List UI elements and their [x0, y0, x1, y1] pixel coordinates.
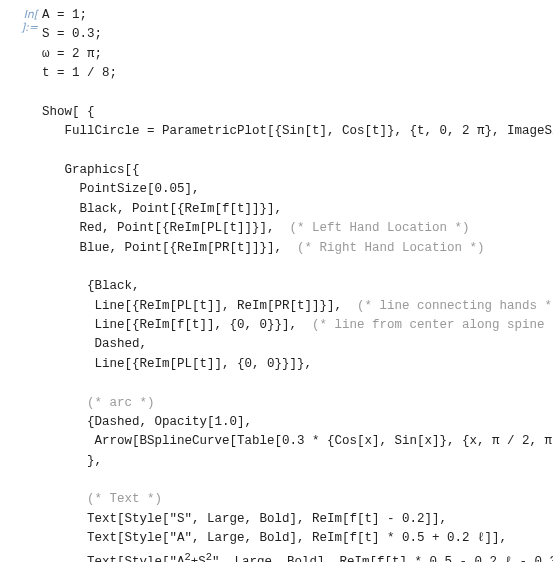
code-line: Dashed, — [42, 337, 147, 351]
code-line: {Dashed, Opacity[1.0], — [42, 415, 252, 429]
code-line: {Black, — [42, 279, 140, 293]
code-line: Line[{ReIm[f[t]], {0, 0}}], (* line from… — [42, 318, 553, 332]
code-line: }, — [42, 454, 102, 468]
code-line: PointSize[0.05], — [42, 182, 200, 196]
code-line: Line[{ReIm[PL[t]], {0, 0}}]}, — [42, 357, 312, 371]
code-line: S = 0.3; — [42, 27, 102, 41]
code-line: Graphics[{ — [42, 163, 140, 177]
code-line: Line[{ReIm[PL[t]], ReIm[PR[t]]}], (* lin… — [42, 299, 553, 313]
code-line: (* Text *) — [42, 492, 162, 506]
code-line: t = 1 / 8; — [42, 66, 117, 80]
code-line: ω = 2 π; — [42, 47, 102, 61]
code-line: Text[Style["A", Large, Bold], ReIm[f[t] … — [42, 531, 507, 545]
code-line: Arrow[BSplineCurve[Table[0.3 * {Cos[x], … — [42, 434, 553, 448]
code-line: Black, Point[{ReIm[f[t]]}], — [42, 202, 282, 216]
code-line: (* arc *) — [42, 396, 155, 410]
input-cell: In[ ]:= A = 1; S = 0.3; ω = 2 π; t = 1 /… — [0, 0, 553, 562]
code-line: Blue, Point[{ReIm[PR[t]]}], (* Right Han… — [42, 241, 485, 255]
cell-prompt: In[ ]:= — [4, 6, 42, 562]
code-line: Show[ { — [42, 105, 95, 119]
code-line: A = 1; — [42, 8, 87, 22]
code-line: Red, Point[{ReIm[PL[t]]}], (* Left Hand … — [42, 221, 470, 235]
code-line: FullCircle = ParametricPlot[{Sin[t], Cos… — [42, 124, 553, 138]
code-line: Text[Style["S", Large, Bold], ReIm[f[t] … — [42, 512, 447, 526]
code-block[interactable]: A = 1; S = 0.3; ω = 2 π; t = 1 / 8; Show… — [42, 6, 553, 562]
code-line: Text[Style["A2+S2", Large, Bold], ReIm[f… — [42, 555, 553, 562]
